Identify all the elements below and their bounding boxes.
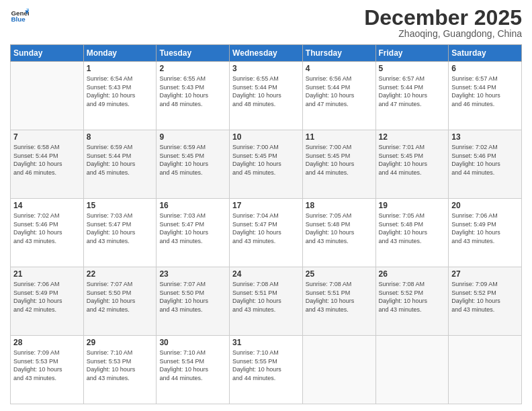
day-number: 2 bbox=[159, 64, 226, 73]
day-info: Sunrise: 7:08 AM Sunset: 5:51 PM Dayligh… bbox=[232, 280, 300, 314]
day-info: Sunrise: 6:58 AM Sunset: 5:44 PM Dayligh… bbox=[13, 143, 81, 177]
table-row: 23Sunrise: 7:07 AM Sunset: 5:50 PM Dayli… bbox=[157, 267, 230, 336]
day-info: Sunrise: 7:00 AM Sunset: 5:45 PM Dayligh… bbox=[232, 143, 300, 177]
day-info: Sunrise: 6:59 AM Sunset: 5:45 PM Dayligh… bbox=[159, 143, 226, 177]
day-number: 11 bbox=[306, 132, 373, 142]
day-number: 30 bbox=[159, 338, 226, 347]
calendar-week-row: 7Sunrise: 6:58 AM Sunset: 5:44 PM Daylig… bbox=[11, 130, 522, 199]
page: General Blue December 2025 Zhaoqing, Gua… bbox=[0, 0, 532, 411]
day-number: 26 bbox=[379, 269, 446, 279]
table-row: 12Sunrise: 7:01 AM Sunset: 5:45 PM Dayli… bbox=[375, 130, 449, 199]
logo-icon: General Blue bbox=[10, 7, 29, 26]
day-info: Sunrise: 7:10 AM Sunset: 5:54 PM Dayligh… bbox=[159, 349, 226, 382]
calendar-week-row: 21Sunrise: 7:06 AM Sunset: 5:49 PM Dayli… bbox=[11, 267, 522, 336]
day-number: 19 bbox=[379, 201, 446, 210]
day-number: 6 bbox=[451, 64, 519, 73]
table-row: 22Sunrise: 7:07 AM Sunset: 5:50 PM Dayli… bbox=[83, 267, 157, 336]
day-info: Sunrise: 7:08 AM Sunset: 5:51 PM Dayligh… bbox=[306, 280, 373, 314]
title-area: December 2025 Zhaoqing, Guangdong, China bbox=[364, 7, 522, 39]
table-row bbox=[375, 336, 449, 404]
table-row: 26Sunrise: 7:08 AM Sunset: 5:52 PM Dayli… bbox=[375, 267, 449, 336]
table-row: 13Sunrise: 7:02 AM Sunset: 5:46 PM Dayli… bbox=[449, 130, 522, 199]
day-number: 4 bbox=[306, 64, 373, 73]
col-thursday: Thursday bbox=[302, 45, 375, 62]
day-number: 28 bbox=[13, 338, 81, 347]
table-row: 9Sunrise: 6:59 AM Sunset: 5:45 PM Daylig… bbox=[157, 130, 230, 199]
day-info: Sunrise: 7:10 AM Sunset: 5:53 PM Dayligh… bbox=[87, 349, 154, 382]
day-number: 10 bbox=[232, 132, 300, 142]
day-number: 14 bbox=[13, 201, 81, 210]
subtitle: Zhaoqing, Guangdong, China bbox=[364, 28, 522, 39]
day-info: Sunrise: 7:09 AM Sunset: 5:53 PM Dayligh… bbox=[13, 349, 81, 382]
day-number: 3 bbox=[232, 64, 300, 73]
table-row: 14Sunrise: 7:02 AM Sunset: 5:46 PM Dayli… bbox=[11, 199, 84, 267]
day-info: Sunrise: 7:07 AM Sunset: 5:50 PM Dayligh… bbox=[87, 280, 154, 314]
day-number: 17 bbox=[232, 201, 300, 210]
day-info: Sunrise: 7:02 AM Sunset: 5:46 PM Dayligh… bbox=[13, 212, 81, 245]
day-info: Sunrise: 6:55 AM Sunset: 5:44 PM Dayligh… bbox=[232, 75, 300, 108]
day-number: 18 bbox=[306, 201, 373, 210]
day-number: 20 bbox=[451, 201, 519, 210]
day-number: 9 bbox=[159, 132, 226, 142]
calendar-week-row: 14Sunrise: 7:02 AM Sunset: 5:46 PM Dayli… bbox=[11, 199, 522, 267]
table-row: 4Sunrise: 6:56 AM Sunset: 5:44 PM Daylig… bbox=[302, 62, 375, 130]
day-number: 7 bbox=[13, 132, 81, 142]
table-row: 27Sunrise: 7:09 AM Sunset: 5:52 PM Dayli… bbox=[449, 267, 522, 336]
day-number: 29 bbox=[87, 338, 154, 347]
day-number: 13 bbox=[451, 132, 519, 142]
day-info: Sunrise: 6:55 AM Sunset: 5:43 PM Dayligh… bbox=[159, 75, 226, 108]
table-row: 20Sunrise: 7:06 AM Sunset: 5:49 PM Dayli… bbox=[449, 199, 522, 267]
day-info: Sunrise: 7:01 AM Sunset: 5:45 PM Dayligh… bbox=[379, 143, 446, 177]
col-wednesday: Wednesday bbox=[230, 45, 303, 62]
table-row: 21Sunrise: 7:06 AM Sunset: 5:49 PM Dayli… bbox=[11, 267, 84, 336]
day-info: Sunrise: 6:59 AM Sunset: 5:44 PM Dayligh… bbox=[87, 143, 154, 177]
day-number: 5 bbox=[379, 64, 446, 73]
table-row: 31Sunrise: 7:10 AM Sunset: 5:55 PM Dayli… bbox=[230, 336, 303, 404]
logo: General Blue bbox=[10, 7, 29, 26]
table-row: 15Sunrise: 7:03 AM Sunset: 5:47 PM Dayli… bbox=[83, 199, 157, 267]
day-info: Sunrise: 7:07 AM Sunset: 5:50 PM Dayligh… bbox=[159, 280, 226, 314]
col-monday: Monday bbox=[83, 45, 157, 62]
table-row: 18Sunrise: 7:05 AM Sunset: 5:48 PM Dayli… bbox=[302, 199, 375, 267]
day-info: Sunrise: 6:54 AM Sunset: 5:43 PM Dayligh… bbox=[87, 75, 154, 108]
table-row bbox=[11, 62, 84, 130]
calendar: Sunday Monday Tuesday Wednesday Thursday… bbox=[10, 44, 522, 404]
table-row: 10Sunrise: 7:00 AM Sunset: 5:45 PM Dayli… bbox=[230, 130, 303, 199]
table-row: 30Sunrise: 7:10 AM Sunset: 5:54 PM Dayli… bbox=[157, 336, 230, 404]
header: General Blue December 2025 Zhaoqing, Gua… bbox=[10, 7, 522, 39]
table-row: 6Sunrise: 6:57 AM Sunset: 5:44 PM Daylig… bbox=[449, 62, 522, 130]
table-row: 3Sunrise: 6:55 AM Sunset: 5:44 PM Daylig… bbox=[230, 62, 303, 130]
day-info: Sunrise: 7:05 AM Sunset: 5:48 PM Dayligh… bbox=[306, 212, 373, 245]
day-info: Sunrise: 7:08 AM Sunset: 5:52 PM Dayligh… bbox=[379, 280, 446, 314]
svg-text:Blue: Blue bbox=[11, 15, 26, 23]
table-row: 17Sunrise: 7:04 AM Sunset: 5:47 PM Dayli… bbox=[230, 199, 303, 267]
day-number: 31 bbox=[232, 338, 300, 347]
table-row: 5Sunrise: 6:57 AM Sunset: 5:44 PM Daylig… bbox=[375, 62, 449, 130]
table-row: 8Sunrise: 6:59 AM Sunset: 5:44 PM Daylig… bbox=[83, 130, 157, 199]
day-number: 8 bbox=[87, 132, 154, 142]
day-info: Sunrise: 7:00 AM Sunset: 5:45 PM Dayligh… bbox=[306, 143, 373, 177]
day-number: 25 bbox=[306, 269, 373, 279]
day-number: 1 bbox=[87, 64, 154, 73]
col-saturday: Saturday bbox=[449, 45, 522, 62]
day-number: 23 bbox=[159, 269, 226, 279]
day-info: Sunrise: 6:57 AM Sunset: 5:44 PM Dayligh… bbox=[451, 75, 519, 108]
day-number: 12 bbox=[379, 132, 446, 142]
day-info: Sunrise: 7:10 AM Sunset: 5:55 PM Dayligh… bbox=[232, 349, 300, 382]
day-number: 21 bbox=[13, 269, 81, 279]
calendar-header-row: Sunday Monday Tuesday Wednesday Thursday… bbox=[11, 45, 522, 62]
day-info: Sunrise: 7:04 AM Sunset: 5:47 PM Dayligh… bbox=[232, 212, 300, 245]
day-info: Sunrise: 7:03 AM Sunset: 5:47 PM Dayligh… bbox=[159, 212, 226, 245]
table-row: 28Sunrise: 7:09 AM Sunset: 5:53 PM Dayli… bbox=[11, 336, 84, 404]
table-row: 2Sunrise: 6:55 AM Sunset: 5:43 PM Daylig… bbox=[157, 62, 230, 130]
calendar-week-row: 28Sunrise: 7:09 AM Sunset: 5:53 PM Dayli… bbox=[11, 336, 522, 404]
day-number: 24 bbox=[232, 269, 300, 279]
day-info: Sunrise: 6:56 AM Sunset: 5:44 PM Dayligh… bbox=[306, 75, 373, 108]
month-title: December 2025 bbox=[364, 7, 522, 28]
day-number: 27 bbox=[451, 269, 519, 279]
col-friday: Friday bbox=[375, 45, 449, 62]
day-number: 16 bbox=[159, 201, 226, 210]
day-info: Sunrise: 7:06 AM Sunset: 5:49 PM Dayligh… bbox=[451, 212, 519, 245]
table-row: 16Sunrise: 7:03 AM Sunset: 5:47 PM Dayli… bbox=[157, 199, 230, 267]
day-info: Sunrise: 7:05 AM Sunset: 5:48 PM Dayligh… bbox=[379, 212, 446, 245]
